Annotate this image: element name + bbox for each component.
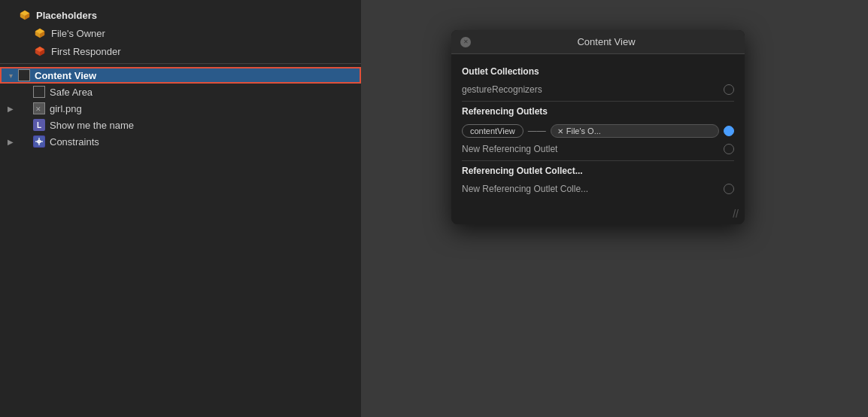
popup-header: Content View [451, 30, 745, 54]
sidebar: Placeholders File's Owner First [0, 0, 361, 417]
referencing-outlet-collections-title: Referencing Outlet Collect... [462, 166, 734, 176]
new-referencing-outlet-label: New Referencing Outlet [462, 144, 557, 154]
constraints-chevron: ▶ [6, 137, 15, 146]
content-view-square-icon [18, 69, 30, 81]
label-l-icon: L [33, 119, 45, 131]
files-owner-connection-tag[interactable]: ✕ File's O... [551, 124, 719, 138]
popup-title: Content View [477, 36, 736, 47]
new-referencing-outlet-colle-label: New Referencing Outlet Colle... [462, 184, 588, 194]
content-view-label: Content View [35, 70, 96, 81]
new-referencing-outlet-indicator[interactable] [724, 144, 734, 154]
files-owner-label: File's Owner [51, 28, 105, 39]
gesture-recognizers-label: gestureRecognizers [462, 84, 542, 95]
constraints-icon [33, 135, 45, 148]
new-referencing-outlet-colle-row: New Referencing Outlet Colle... [462, 181, 734, 197]
cube-yellow-icon [18, 8, 32, 22]
new-referencing-outlet-colle-indicator[interactable] [724, 184, 734, 194]
girl-png-chevron: ▶ [6, 104, 15, 113]
sidebar-item-first-responder[interactable]: First Responder [0, 42, 361, 60]
sidebar-item-content-view[interactable]: ▾ Content View [0, 67, 361, 84]
connection-pill-label: contentView [470, 126, 515, 135]
content-view-connection-row: contentView —— ✕ File's O... [462, 121, 734, 141]
placeholders-label: Placeholders [36, 10, 97, 21]
popup-footer: // [451, 205, 745, 224]
first-responder-label: First Responder [51, 46, 120, 57]
connection-arrow-icon: —— [528, 126, 546, 136]
sidebar-section-placeholders: Placeholders [0, 6, 361, 24]
popup-close-button[interactable] [460, 37, 471, 47]
content-view-chevron: ▾ [6, 71, 15, 80]
svg-text:✕: ✕ [35, 105, 41, 113]
cube-yellow-files-icon [33, 26, 47, 40]
safe-area-label: Safe Area [50, 87, 93, 98]
sidebar-item-constraints[interactable]: ▶ Constraints [0, 133, 361, 150]
girl-png-label: girl.png [50, 103, 82, 114]
connection-tag-text: File's O... [566, 126, 601, 135]
show-me-name-label: Show me the name [50, 120, 134, 131]
sidebar-item-files-owner[interactable]: File's Owner [0, 24, 361, 42]
main-area: Content View Outlet Collections gestureR… [361, 0, 868, 417]
resize-handle-icon: // [733, 208, 739, 220]
constraints-label: Constraints [50, 136, 99, 148]
gesture-recognizers-indicator[interactable] [724, 84, 734, 95]
outlet-collections-title: Outlet Collections [462, 66, 734, 77]
content-view-filled-indicator[interactable] [724, 126, 734, 136]
gesture-recognizers-row: gestureRecognizers [462, 81, 734, 98]
girl-png-image-icon: ✕ [33, 102, 45, 114]
referencing-outlets-title: Referencing Outlets [462, 106, 734, 117]
sidebar-item-show-me-name[interactable]: L Show me the name [0, 117, 361, 133]
popup-body: Outlet Collections gestureRecognizers Re… [451, 54, 745, 205]
connection-tag-x-icon: ✕ [557, 127, 563, 135]
content-view-popup: Content View Outlet Collections gestureR… [451, 30, 745, 224]
new-referencing-outlet-row: New Referencing Outlet [462, 141, 734, 157]
content-view-connection-pill[interactable]: contentView [462, 124, 524, 138]
cube-orange-icon [33, 44, 47, 58]
sidebar-item-girl-png[interactable]: ▶ ✕ girl.png [0, 100, 361, 117]
safe-area-square-icon [33, 86, 45, 98]
sidebar-item-safe-area[interactable]: Safe Area [0, 84, 361, 100]
